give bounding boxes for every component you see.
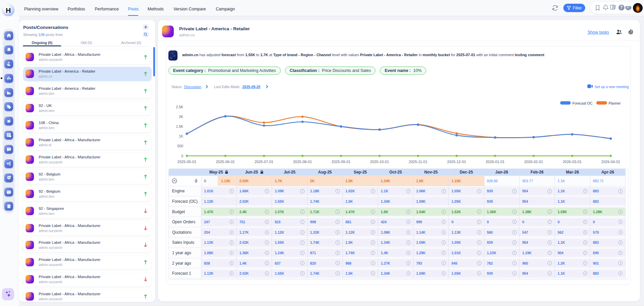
- svg-text:?: ?: [8, 148, 9, 150]
